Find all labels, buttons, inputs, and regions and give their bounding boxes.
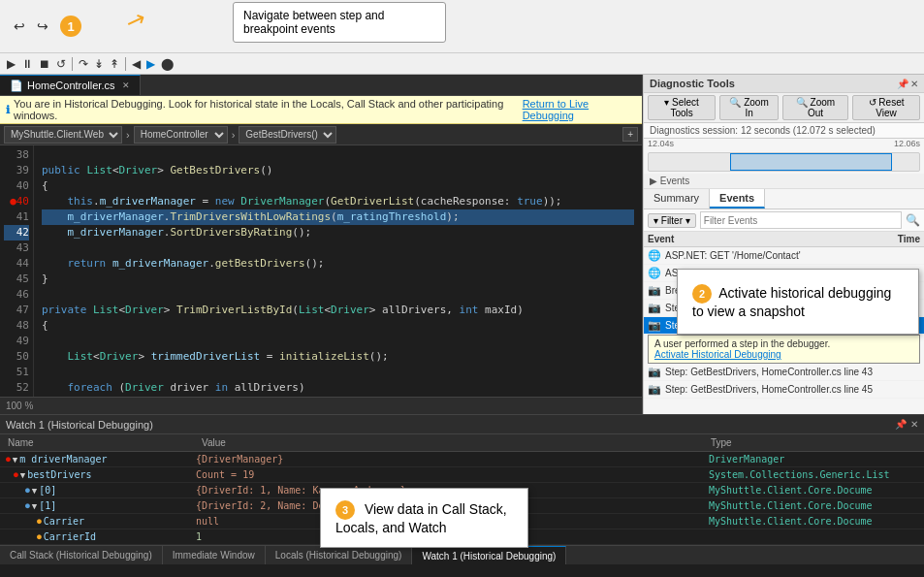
expand-1[interactable]: ▼ <box>20 470 25 480</box>
breadcrumb-bar: MyShuttle.Client.Web › HomeController › … <box>0 124 642 145</box>
filter-input[interactable] <box>700 211 902 229</box>
timeline-labels: 12.04s 12.06s <box>644 139 924 148</box>
diag-header-controls: 📌 ✕ <box>897 79 918 89</box>
navigate-forward-button[interactable]: ↪ <box>32 16 53 37</box>
view-data-callout-text: View data in Call Stack, Locals, and Wat… <box>335 501 507 535</box>
panel-pin-button[interactable]: 📌 <box>895 419 907 430</box>
watch-name-3: [1] <box>39 500 56 511</box>
watch-col-value-header: Value <box>198 436 707 449</box>
tab-immediate-window[interactable]: Immediate Window <box>163 546 266 564</box>
code-lines: public List<Driver> GetBestDrivers() { t… <box>34 145 642 397</box>
code-line-41: this.m_driverManager = new DriverManager… <box>42 194 634 209</box>
watch-row-bestdrivers[interactable]: ● ▼ bestDrivers Count = 19 System.Collec… <box>0 467 924 483</box>
diag-tools-title: Diagnostic Tools <box>650 78 735 89</box>
line-numbers: 38 39 40 ●40 41 42 43 44 45 46 47 48 49 … <box>0 145 34 397</box>
watch-type-0: DriverManager <box>709 454 922 465</box>
debug-step-out-button[interactable]: ↟ <box>107 56 122 72</box>
breadcrumb-separator2: › <box>232 129 236 141</box>
code-line-47 <box>42 287 634 303</box>
red-dot-1: ● <box>14 470 18 479</box>
tab-close[interactable]: ✕ <box>122 80 130 90</box>
tab-locals[interactable]: Locals (Historical Debugging) <box>266 546 413 564</box>
tab-watch1[interactable]: Watch 1 (Historical Debugging) <box>412 546 566 564</box>
orange-dot-5: ● <box>37 532 42 541</box>
debug-pause-button[interactable]: ⏸ <box>18 56 36 72</box>
watch-col-name-header: Name <box>4 436 198 449</box>
debug-nav-extra-button[interactable]: ⬤ <box>158 56 176 72</box>
watch-value-1: Count = 19 <box>196 469 709 480</box>
tab-summary[interactable]: Summary <box>644 189 710 208</box>
reset-view-button[interactable]: ↺ Reset View <box>852 95 920 120</box>
timeline-selection <box>730 153 892 171</box>
zoom-in-button[interactable]: 🔍 Zoom In <box>719 95 779 120</box>
diag-tools-panel: Diagnostic Tools 📌 ✕ ▾ Select Tools 🔍 Zo… <box>643 75 924 414</box>
blue-dot-2: ● <box>25 486 30 495</box>
panel-close-button[interactable]: ✕ <box>910 419 918 430</box>
navigate-callout-box: Navigate between step and breakpoint eve… <box>233 2 446 43</box>
timeline-bar[interactable] <box>648 152 920 172</box>
top-toolbar: ↩ ↪ 1 ↙ Navigate between step and breakp… <box>0 0 924 53</box>
code-line-40: { <box>42 178 634 194</box>
debug-nav-back-button[interactable]: ◀ <box>129 56 143 72</box>
namespace-select[interactable]: MyShuttle.Client.Web <box>4 126 122 144</box>
panel-controls: 📌 ✕ <box>895 419 918 430</box>
events-toggle[interactable]: ▶ Events <box>644 174 924 189</box>
code-line-50 <box>42 334 634 349</box>
return-live-debugging-link[interactable]: Return to Live Debugging <box>523 98 636 121</box>
code-line-51: List<Driver> trimmedDriverList = initial… <box>42 349 634 365</box>
navigate-callout-text: Navigate between step and breakpoint eve… <box>243 9 384 36</box>
watch-name-0: m_driverManager <box>19 454 107 465</box>
event-row-6[interactable]: 📷 Step: GetBestDrivers, HomeController.c… <box>644 381 924 399</box>
activate-hist-debug-link[interactable]: Activate Historical Debugging <box>654 349 913 360</box>
expand-3[interactable]: ▼ <box>32 501 37 511</box>
code-line-49: { <box>42 318 634 334</box>
debug-nav-forward-button[interactable]: ▶ <box>143 56 158 72</box>
tab-icon: 📄 <box>10 80 23 92</box>
editor-tabs: 📄 HomeController.cs ✕ <box>0 75 642 96</box>
watch-title-text: Watch 1 (Historical Debugging) <box>6 419 153 431</box>
tab-call-stack[interactable]: Call Stack (Historical Debugging) <box>0 546 163 564</box>
tab-events[interactable]: Events <box>710 189 765 208</box>
expand-0[interactable]: ▼ <box>13 455 17 465</box>
diag-tools-header: Diagnostic Tools 📌 ✕ <box>644 75 924 93</box>
diag-session-info: Diagnostics session: 12 seconds (12.072 … <box>644 123 924 139</box>
watch-row-m-driver-manager[interactable]: ● ▼ m_driverManager {DriverManager} Driv… <box>0 452 924 467</box>
diag-close-button[interactable]: ✕ <box>910 79 918 89</box>
step-icon-6: 📷 <box>648 383 661 396</box>
diag-tabs: Summary Events <box>644 189 924 209</box>
debug-step-over-button[interactable]: ↷ <box>76 56 91 72</box>
filter-button[interactable]: ▾ Filter ▾ <box>648 213 696 228</box>
watch-type-1: System.Collections.Generic.List <box>709 469 922 480</box>
event-row-5[interactable]: 📷 Step: GetBestDrivers, HomeController.c… <box>644 364 924 381</box>
search-icon-button[interactable]: 🔍 <box>906 213 920 227</box>
code-line-38 <box>42 147 634 163</box>
hist-debug-text: You are in Historical Debugging. Look fo… <box>14 98 519 121</box>
event-text-5: Step: GetBestDrivers, HomeController.cs … <box>665 367 920 377</box>
event-row-0[interactable]: 🌐 ASP.NET: GET '/Home/Contact' <box>644 247 924 265</box>
diag-pin-button[interactable]: 📌 <box>897 79 908 89</box>
select-tools-button[interactable]: ▾ Select Tools <box>648 95 716 120</box>
debug-toolbar: ▶ ⏸ ⏹ ↺ ↷ ↡ ↟ ◀ ▶ ⬤ <box>0 53 924 75</box>
main-area: 📄 HomeController.cs ✕ ℹ You are in Histo… <box>0 75 924 414</box>
navigate-back-button[interactable]: ↩ <box>9 16 30 37</box>
method-select[interactable]: GetBestDrivers() <box>239 126 336 144</box>
activate-hist-callout-text: Activate historical debugging to view a … <box>692 285 891 319</box>
debug-restart-button[interactable]: ↺ <box>53 56 69 72</box>
diag-toolbar: ▾ Select Tools 🔍 Zoom In 🔍 Zoom Out ↺ Re… <box>644 93 924 123</box>
editor-tab-homecontroller[interactable]: 📄 HomeController.cs ✕ <box>0 75 141 95</box>
debug-continue-button[interactable]: ▶ <box>4 56 18 72</box>
class-select[interactable]: HomeController <box>134 126 228 144</box>
editor-panel: 📄 HomeController.cs ✕ ℹ You are in Histo… <box>0 75 643 414</box>
code-line-45: return m_driverManager.getBestDrivers(); <box>42 256 634 272</box>
toolbar-separator2 <box>125 57 126 71</box>
session-label: Diagnostics session: 12 seconds (12.072 … <box>650 125 876 136</box>
expand-code-button[interactable]: + <box>622 127 638 142</box>
red-dot-0: ● <box>6 455 11 464</box>
watch-column-headers: Name Value Type <box>0 434 924 452</box>
breadcrumb-separator1: › <box>126 129 130 141</box>
tooltip-popup: A user performed a step in the debugger.… <box>648 335 920 364</box>
expand-2[interactable]: ▼ <box>32 486 37 496</box>
debug-stop-button[interactable]: ⏹ <box>36 56 53 72</box>
debug-step-into-button[interactable]: ↡ <box>91 56 107 72</box>
zoom-out-button[interactable]: 🔍 Zoom Out <box>782 95 848 120</box>
